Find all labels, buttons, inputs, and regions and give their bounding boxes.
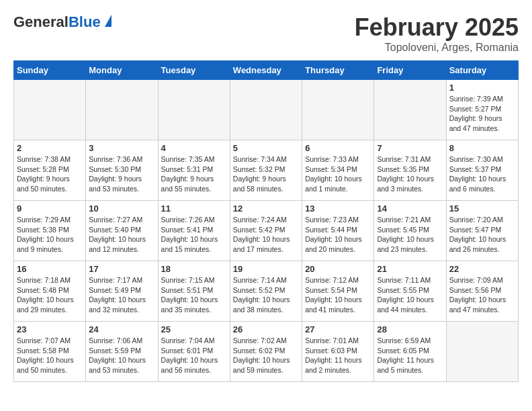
day-info: Sunrise: 7:38 AM Sunset: 5:28 PM Dayligh… [17,154,83,194]
calendar-subtitle: Topoloveni, Arges, Romania [355,42,519,54]
logo-icon: GeneralBlue [13,13,112,31]
page-header: GeneralBlue February 2025 Topoloveni, Ar… [13,13,519,54]
day-number: 16 [17,264,83,274]
day-number: 9 [17,203,83,214]
title-block: February 2025 Topoloveni, Arges, Romania [355,13,519,54]
weekday-header-monday: Monday [86,61,158,80]
day-info: Sunrise: 6:59 AM Sunset: 6:05 PM Dayligh… [377,336,443,375]
day-info: Sunrise: 7:15 AM Sunset: 5:51 PM Dayligh… [161,275,227,315]
day-number: 23 [17,324,83,334]
day-info: Sunrise: 7:02 AM Sunset: 6:02 PM Dayligh… [233,336,299,375]
calendar-cell: 12Sunrise: 7:24 AM Sunset: 5:42 PM Dayli… [230,201,302,261]
weekday-header-saturday: Saturday [446,61,518,80]
calendar-cell [374,80,446,140]
calendar-cell: 26Sunrise: 7:02 AM Sunset: 6:02 PM Dayli… [230,322,302,382]
week-row-3: 9Sunrise: 7:29 AM Sunset: 5:38 PM Daylig… [14,201,519,261]
day-info: Sunrise: 7:20 AM Sunset: 5:47 PM Dayligh… [449,215,515,255]
calendar-cell [86,80,158,140]
day-number: 24 [89,324,154,334]
day-number: 8 [449,143,515,153]
day-number: 25 [161,324,227,334]
day-info: Sunrise: 7:36 AM Sunset: 5:30 PM Dayligh… [89,154,154,194]
day-info: Sunrise: 7:33 AM Sunset: 5:34 PM Dayligh… [305,154,371,194]
calendar-cell [302,80,374,140]
calendar-cell: 6Sunrise: 7:33 AM Sunset: 5:34 PM Daylig… [302,140,374,201]
calendar-cell: 28Sunrise: 6:59 AM Sunset: 6:05 PM Dayli… [374,322,446,382]
day-info: Sunrise: 7:04 AM Sunset: 6:01 PM Dayligh… [161,336,227,375]
calendar-cell: 13Sunrise: 7:23 AM Sunset: 5:44 PM Dayli… [302,201,374,261]
day-number: 2 [17,143,83,153]
day-info: Sunrise: 7:21 AM Sunset: 5:45 PM Dayligh… [377,215,443,255]
day-number: 7 [377,143,443,153]
day-info: Sunrise: 7:14 AM Sunset: 5:52 PM Dayligh… [233,275,299,315]
day-info: Sunrise: 7:06 AM Sunset: 5:59 PM Dayligh… [89,336,154,375]
day-info: Sunrise: 7:29 AM Sunset: 5:38 PM Dayligh… [17,215,83,255]
day-number: 15 [449,203,515,214]
day-number: 17 [89,264,154,274]
day-number: 3 [89,143,154,153]
week-row-4: 16Sunrise: 7:18 AM Sunset: 5:48 PM Dayli… [14,261,519,322]
day-number: 5 [233,143,299,153]
day-info: Sunrise: 7:24 AM Sunset: 5:42 PM Dayligh… [233,215,299,255]
day-info: Sunrise: 7:18 AM Sunset: 5:48 PM Dayligh… [17,275,83,315]
calendar-cell: 24Sunrise: 7:06 AM Sunset: 5:59 PM Dayli… [86,322,158,382]
calendar-cell: 11Sunrise: 7:26 AM Sunset: 5:41 PM Dayli… [158,201,230,261]
calendar-cell: 19Sunrise: 7:14 AM Sunset: 5:52 PM Dayli… [230,261,302,322]
day-info: Sunrise: 7:17 AM Sunset: 5:49 PM Dayligh… [89,275,154,315]
day-number: 11 [161,203,227,214]
calendar-cell [446,322,518,382]
calendar-cell: 23Sunrise: 7:07 AM Sunset: 5:58 PM Dayli… [14,322,86,382]
week-row-1: 1Sunrise: 7:39 AM Sunset: 5:27 PM Daylig… [14,80,519,140]
calendar-cell: 14Sunrise: 7:21 AM Sunset: 5:45 PM Dayli… [374,201,446,261]
logo: GeneralBlue [13,13,112,31]
calendar-cell: 27Sunrise: 7:01 AM Sunset: 6:03 PM Dayli… [302,322,374,382]
calendar-cell: 17Sunrise: 7:17 AM Sunset: 5:49 PM Dayli… [86,261,158,322]
day-number: 21 [377,264,443,274]
day-info: Sunrise: 7:23 AM Sunset: 5:44 PM Dayligh… [305,215,371,255]
calendar-cell: 15Sunrise: 7:20 AM Sunset: 5:47 PM Dayli… [446,201,518,261]
calendar-cell: 8Sunrise: 7:30 AM Sunset: 5:37 PM Daylig… [446,140,518,201]
calendar-cell: 25Sunrise: 7:04 AM Sunset: 6:01 PM Dayli… [158,322,230,382]
calendar-cell: 16Sunrise: 7:18 AM Sunset: 5:48 PM Dayli… [14,261,86,322]
day-number: 22 [449,264,515,274]
calendar-cell [14,80,86,140]
calendar-cell: 18Sunrise: 7:15 AM Sunset: 5:51 PM Dayli… [158,261,230,322]
day-info: Sunrise: 7:01 AM Sunset: 6:03 PM Dayligh… [305,336,371,375]
day-number: 10 [89,203,154,214]
day-info: Sunrise: 7:09 AM Sunset: 5:56 PM Dayligh… [449,275,515,315]
day-info: Sunrise: 7:12 AM Sunset: 5:54 PM Dayligh… [305,275,371,315]
calendar-cell: 21Sunrise: 7:11 AM Sunset: 5:55 PM Dayli… [374,261,446,322]
day-info: Sunrise: 7:11 AM Sunset: 5:55 PM Dayligh… [377,275,443,315]
day-number: 26 [233,324,299,334]
calendar-table: SundayMondayTuesdayWednesdayThursdayFrid… [13,60,519,382]
day-info: Sunrise: 7:31 AM Sunset: 5:35 PM Dayligh… [377,154,443,194]
day-number: 28 [377,324,443,334]
day-number: 20 [305,264,371,274]
calendar-cell: 1Sunrise: 7:39 AM Sunset: 5:27 PM Daylig… [446,80,518,140]
weekday-header-friday: Friday [374,61,446,80]
calendar-cell: 3Sunrise: 7:36 AM Sunset: 5:30 PM Daylig… [86,140,158,201]
week-row-5: 23Sunrise: 7:07 AM Sunset: 5:58 PM Dayli… [14,322,519,382]
calendar-cell: 2Sunrise: 7:38 AM Sunset: 5:28 PM Daylig… [14,140,86,201]
calendar-cell: 5Sunrise: 7:34 AM Sunset: 5:32 PM Daylig… [230,140,302,201]
logo-text: GeneralBlue [13,13,101,31]
calendar-cell: 9Sunrise: 7:29 AM Sunset: 5:38 PM Daylig… [14,201,86,261]
week-row-2: 2Sunrise: 7:38 AM Sunset: 5:28 PM Daylig… [14,140,519,201]
day-number: 12 [233,203,299,214]
calendar-cell: 10Sunrise: 7:27 AM Sunset: 5:40 PM Dayli… [86,201,158,261]
weekday-header-tuesday: Tuesday [158,61,230,80]
day-number: 19 [233,264,299,274]
day-number: 27 [305,324,371,334]
calendar-cell: 4Sunrise: 7:35 AM Sunset: 5:31 PM Daylig… [158,140,230,201]
logo-triangle-icon [105,15,112,27]
day-number: 14 [377,203,443,214]
day-info: Sunrise: 7:30 AM Sunset: 5:37 PM Dayligh… [449,154,515,194]
day-info: Sunrise: 7:26 AM Sunset: 5:41 PM Dayligh… [161,215,227,255]
day-info: Sunrise: 7:35 AM Sunset: 5:31 PM Dayligh… [161,154,227,194]
weekday-header-wednesday: Wednesday [230,61,302,80]
day-info: Sunrise: 7:27 AM Sunset: 5:40 PM Dayligh… [89,215,154,255]
day-info: Sunrise: 7:34 AM Sunset: 5:32 PM Dayligh… [233,154,299,194]
calendar-cell [230,80,302,140]
weekday-header-row: SundayMondayTuesdayWednesdayThursdayFrid… [14,61,519,80]
day-number: 13 [305,203,371,214]
